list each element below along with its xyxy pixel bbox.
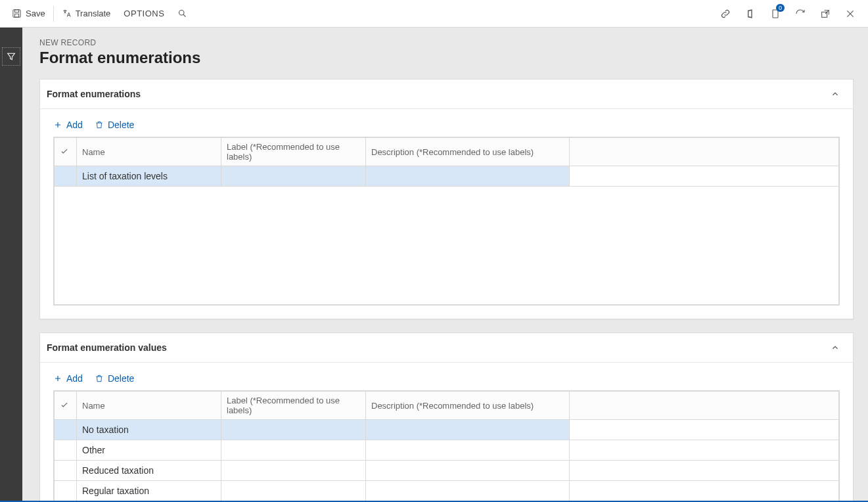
table-row[interactable]: Regular taxation — [55, 481, 839, 501]
cell-label[interactable] — [221, 166, 366, 187]
cell-desc[interactable] — [366, 461, 570, 481]
notification-badge: 0 — [776, 4, 785, 12]
table-row[interactable]: Reduced taxation — [55, 461, 839, 481]
chevron-up-icon — [831, 89, 840, 99]
cell-name[interactable]: List of taxation levels — [77, 166, 221, 187]
table-row[interactable]: No taxation — [55, 420, 839, 440]
svg-rect-1 — [14, 10, 18, 12]
search-button[interactable] — [171, 0, 194, 27]
row-select[interactable] — [55, 440, 77, 461]
office-icon — [745, 9, 756, 19]
cell-name[interactable]: Regular taxation — [77, 481, 221, 501]
section2-header[interactable]: Format enumeration values — [39, 332, 854, 362]
popout-icon — [820, 9, 831, 19]
cell-fill — [570, 440, 839, 461]
grid-empty-area — [55, 187, 839, 305]
notifications-button[interactable]: 0 — [763, 0, 788, 27]
save-button[interactable]: Save — [5, 0, 52, 27]
trash-icon — [95, 374, 104, 383]
col-label-header[interactable]: Label (*Recommended to use labels) — [221, 392, 366, 420]
section1-title: Format enumerations — [47, 89, 141, 99]
translate-label: Translate — [76, 9, 111, 18]
col-fill — [570, 392, 839, 420]
section2-add-button[interactable]: Add — [53, 373, 83, 384]
col-desc-header[interactable]: Description (*Recommended to use labels) — [366, 138, 570, 166]
filter-button[interactable] — [2, 47, 20, 66]
row-select[interactable] — [55, 481, 77, 501]
cell-name[interactable]: No taxation — [77, 420, 221, 440]
cell-fill — [570, 166, 839, 187]
row-select[interactable] — [55, 166, 77, 187]
check-icon — [60, 400, 69, 409]
section-format-enumerations: Format enumerations Add Delete — [39, 79, 854, 319]
cell-desc[interactable] — [366, 481, 570, 501]
select-all-header[interactable] — [55, 392, 77, 420]
refresh-icon — [795, 9, 806, 19]
svg-rect-2 — [14, 14, 18, 17]
refresh-button[interactable] — [788, 0, 813, 27]
plus-icon — [53, 120, 62, 129]
cell-name[interactable]: Reduced taxation — [77, 461, 221, 481]
col-name-header[interactable]: Name — [77, 138, 221, 166]
cell-desc[interactable] — [366, 420, 570, 440]
separator — [53, 6, 54, 22]
popout-button[interactable] — [813, 0, 838, 27]
col-label-header[interactable]: Label (*Recommended to use labels) — [221, 138, 366, 166]
cell-fill — [570, 420, 839, 440]
cell-label[interactable] — [221, 420, 366, 440]
check-icon — [60, 147, 69, 156]
close-button[interactable] — [838, 0, 863, 27]
add-label: Add — [66, 120, 83, 130]
delete-label: Delete — [108, 373, 134, 384]
row-select[interactable] — [55, 461, 77, 481]
save-icon — [12, 9, 22, 18]
page-title: Format enumerations — [39, 49, 854, 67]
row-select[interactable] — [55, 420, 77, 440]
cell-name[interactable]: Other — [77, 440, 221, 461]
chevron-up-icon — [831, 343, 840, 352]
trash-icon — [95, 120, 104, 129]
link-icon — [720, 9, 731, 19]
section2-delete-button[interactable]: Delete — [95, 373, 134, 384]
office-button[interactable] — [738, 0, 763, 27]
cell-label[interactable] — [221, 440, 366, 461]
content-area: New Record Format enumerations Format en… — [22, 28, 868, 501]
col-name-header[interactable]: Name — [77, 392, 221, 420]
section2-title: Format enumeration values — [47, 342, 167, 353]
cell-desc[interactable] — [366, 166, 570, 187]
table-row[interactable]: Other — [55, 440, 839, 461]
cell-label[interactable] — [221, 481, 366, 501]
cell-fill — [570, 481, 839, 501]
select-all-header[interactable] — [55, 138, 77, 166]
section1-header[interactable]: Format enumerations — [39, 79, 854, 108]
col-fill — [570, 138, 839, 166]
options-label: OPTIONS — [124, 9, 164, 18]
delete-label: Delete — [108, 120, 134, 130]
section1-grid[interactable]: Name Label (*Recommended to use labels) … — [53, 137, 840, 306]
translate-icon — [62, 9, 72, 18]
save-label: Save — [26, 9, 45, 18]
cell-desc[interactable] — [366, 440, 570, 461]
col-desc-header[interactable]: Description (*Recommended to use labels) — [366, 392, 570, 420]
section1-add-button[interactable]: Add — [53, 120, 83, 130]
attachments-button[interactable] — [713, 0, 738, 27]
close-icon — [845, 9, 856, 19]
svg-point-3 — [179, 11, 185, 16]
section-format-enumeration-values: Format enumeration values Add Delete — [39, 332, 854, 501]
section1-delete-button[interactable]: Delete — [95, 120, 134, 130]
section2-grid[interactable]: Name Label (*Recommended to use labels) … — [53, 390, 840, 501]
options-button[interactable]: OPTIONS — [117, 0, 171, 27]
cell-fill — [570, 461, 839, 481]
add-label: Add — [66, 373, 83, 384]
left-rail — [0, 28, 22, 501]
svg-rect-0 — [13, 10, 20, 17]
search-icon — [177, 9, 187, 18]
top-toolbar: Save Translate OPTIONS 0 — [0, 0, 868, 28]
plus-icon — [53, 374, 62, 383]
breadcrumb: New Record — [39, 38, 854, 47]
filter-icon — [6, 51, 16, 62]
table-row[interactable]: List of taxation levels — [55, 166, 839, 187]
translate-button[interactable]: Translate — [55, 0, 118, 27]
cell-label[interactable] — [221, 461, 366, 481]
